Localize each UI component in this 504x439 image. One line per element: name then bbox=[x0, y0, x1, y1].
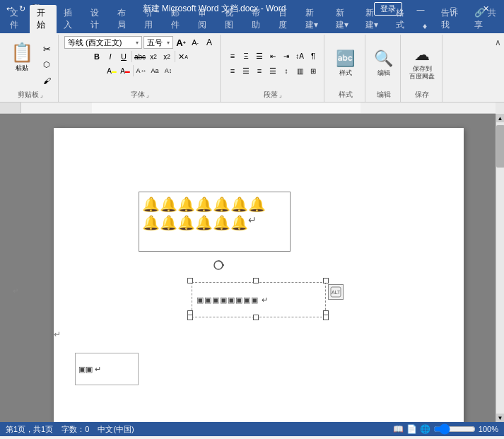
web-layout-button[interactable]: 🌐 bbox=[420, 424, 430, 434]
multilevel-button[interactable]: ☰ bbox=[253, 49, 266, 62]
font-grow-button[interactable]: A+ bbox=[175, 36, 187, 49]
font-color-button[interactable]: A▬ bbox=[119, 64, 131, 77]
save-group-label: 保存 bbox=[402, 90, 442, 100]
format-divider bbox=[131, 51, 132, 62]
bold-button[interactable]: B bbox=[90, 50, 103, 63]
cursor-indicator: ↵ bbox=[54, 329, 61, 339]
tab-view[interactable]: 视图 bbox=[218, 5, 245, 33]
rotation-handle[interactable] bbox=[213, 259, 224, 273]
ribbon-tab-bar: 文件 开始 插入 设计 布局 引用 邮件 审阅 视图 帮助 百度 新建▾ 新建▾… bbox=[0, 18, 504, 33]
sort-button[interactable]: ↕A bbox=[293, 49, 306, 62]
align-right-button[interactable]: ≡ bbox=[253, 64, 266, 77]
vertical-scrollbar[interactable]: ▲ ▼ bbox=[496, 114, 504, 422]
text-highlight-button[interactable]: A▬ bbox=[105, 64, 118, 77]
tab-help[interactable]: 帮助 bbox=[245, 5, 271, 33]
tab-new3[interactable]: 新建▾ bbox=[358, 5, 389, 33]
bell-10: 🔔 bbox=[177, 213, 195, 232]
tab-insert[interactable]: 插入 bbox=[57, 5, 83, 33]
handle-br[interactable] bbox=[323, 315, 329, 320]
format-painter-button[interactable]: 🖌 bbox=[40, 74, 54, 88]
scroll-thumb[interactable] bbox=[496, 125, 505, 168]
erase-format-button[interactable]: ✕A bbox=[177, 50, 189, 63]
tab-mailings[interactable]: 邮件 bbox=[164, 5, 191, 33]
tab-new1[interactable]: 新建▾ bbox=[298, 5, 329, 33]
paste-button[interactable]: 📋 粘贴 bbox=[7, 40, 37, 75]
font-aa-button[interactable]: Aa bbox=[148, 64, 161, 77]
cut-button[interactable]: ✂ bbox=[40, 42, 54, 57]
underline-button[interactable]: U bbox=[117, 50, 130, 63]
tab-tellme[interactable]: 告诉我 bbox=[434, 5, 467, 33]
doc-scroll-area[interactable]: 🔔 🔔 🔔 🔔 🔔 🔔 🔔 🔔 🔔 🔔 🔔 🔔 bbox=[21, 114, 496, 422]
increase-indent-button[interactable]: ⇥ bbox=[280, 49, 293, 62]
font-case-button[interactable]: A↕ bbox=[162, 64, 175, 77]
tab-new2[interactable]: 新建▾ bbox=[329, 5, 359, 33]
justify-button[interactable]: ☰ bbox=[266, 64, 279, 77]
zoom-slider[interactable] bbox=[433, 426, 476, 432]
font-size-selector[interactable]: 五号 ▾ bbox=[143, 36, 173, 49]
selected-textbox-content: ▣▣▣▣▣▣▣▣ ↵ bbox=[197, 295, 269, 305]
align-center-button[interactable]: ☰ bbox=[240, 64, 252, 77]
selected-textbox[interactable]: ▣▣▣▣▣▣▣▣ ↵ ALT bbox=[192, 282, 326, 317]
align-left-button[interactable]: ≡ bbox=[226, 64, 239, 77]
document-page: 🔔 🔔 🔔 🔔 🔔 🔔 🔔 🔔 🔔 🔔 🔔 🔔 bbox=[54, 128, 464, 422]
copy-button[interactable]: ⬡ bbox=[40, 58, 54, 72]
bell-textbox[interactable]: 🔔 🔔 🔔 🔔 🔔 🔔 🔔 🔔 🔔 🔔 🔔 🔔 bbox=[139, 192, 291, 252]
tab-baidu[interactable]: 百度 bbox=[271, 5, 298, 33]
font-name-selector[interactable]: 等线 (西文正文) ▾ bbox=[64, 36, 142, 49]
clear-format-button[interactable]: A bbox=[203, 36, 216, 49]
tab-layout[interactable]: 布局 bbox=[110, 5, 137, 33]
numbering-button[interactable]: Ξ bbox=[240, 49, 252, 62]
editing-button[interactable]: 🔍 编辑 bbox=[371, 48, 396, 79]
tab-format[interactable]: 格式 bbox=[389, 5, 416, 33]
ribbon-collapse-button[interactable]: ∧ bbox=[495, 35, 501, 102]
paste-icon: 📋 bbox=[11, 42, 33, 64]
editing-group: 🔍 编辑 编辑 bbox=[367, 35, 401, 102]
bell-6: 🔔 bbox=[230, 195, 248, 213]
document-area: 🔔 🔔 🔔 🔔 🔔 🔔 🔔 🔔 🔔 🔔 🔔 🔔 bbox=[21, 114, 496, 422]
read-view-button[interactable]: 📖 bbox=[393, 424, 404, 434]
bullets-button[interactable]: ≡ bbox=[226, 49, 239, 62]
bell-5: 🔔 bbox=[213, 195, 230, 213]
superscript-button[interactable]: x2 bbox=[160, 50, 173, 63]
alt-text-icon[interactable]: ALT bbox=[328, 284, 344, 300]
save-to-cloud-button[interactable]: ☁ 保存到百度网盘 bbox=[406, 45, 438, 82]
handle-bm[interactable] bbox=[253, 315, 259, 320]
font-shrink-button[interactable]: A- bbox=[189, 36, 201, 49]
rotate-icon bbox=[213, 259, 224, 271]
status-right: 📖 📄 🌐 100% bbox=[393, 424, 498, 434]
tab-home[interactable]: 开始 bbox=[30, 5, 57, 33]
ruler-corner bbox=[0, 103, 21, 114]
handle-bl[interactable] bbox=[187, 315, 193, 320]
handle-tr[interactable] bbox=[323, 278, 329, 283]
line-spacing-button[interactable]: ↕ bbox=[280, 64, 293, 77]
paragraph-label: 段落 ⌟ bbox=[222, 90, 324, 100]
print-layout-button[interactable]: 📄 bbox=[406, 424, 417, 434]
bell-13: 🔔 bbox=[230, 213, 248, 232]
tab-share[interactable]: 🔗 共享 bbox=[467, 5, 504, 33]
italic-button[interactable]: I bbox=[104, 50, 117, 63]
styles-gallery-button[interactable]: 🔤 样式 bbox=[333, 48, 358, 79]
tab-review[interactable]: 审阅 bbox=[191, 5, 218, 33]
decrease-indent-button[interactable]: ⇤ bbox=[266, 49, 279, 62]
handle-tl[interactable] bbox=[187, 278, 193, 283]
left-margin: ↵ bbox=[0, 114, 21, 422]
handle-tm[interactable] bbox=[253, 278, 259, 283]
scroll-up-button[interactable]: ▲ bbox=[496, 114, 505, 122]
show-hide-button[interactable]: ¶ bbox=[307, 49, 320, 62]
tab-design[interactable]: 设计 bbox=[83, 5, 110, 33]
cloud-save-icon: ☁ bbox=[414, 46, 430, 64]
border-button[interactable]: ⊞ bbox=[307, 64, 320, 77]
font-selector-row: 等线 (西文正文) ▾ 五号 ▾ A+ A- A bbox=[64, 36, 216, 49]
bell-content-row2: 🔔 🔔 🔔 🔔 🔔 🔔 ↵ bbox=[142, 213, 257, 232]
styles-group-label: 样式 bbox=[326, 90, 365, 100]
tab-file[interactable]: 文件 bbox=[3, 5, 30, 33]
strikethrough-button[interactable]: abc bbox=[134, 50, 146, 63]
tab-references[interactable]: 引用 bbox=[137, 5, 164, 33]
subscript-button[interactable]: x2 bbox=[147, 50, 160, 63]
scroll-down-button[interactable]: ▼ bbox=[496, 414, 505, 422]
small-textbox[interactable]: ▣▣ ↵ bbox=[75, 353, 139, 385]
shading-button[interactable]: ▥ bbox=[293, 64, 306, 77]
vscroll-top bbox=[496, 103, 504, 114]
tab-diamond[interactable]: ♦ bbox=[416, 19, 434, 33]
char-spacing-button[interactable]: A↔ bbox=[135, 64, 148, 77]
